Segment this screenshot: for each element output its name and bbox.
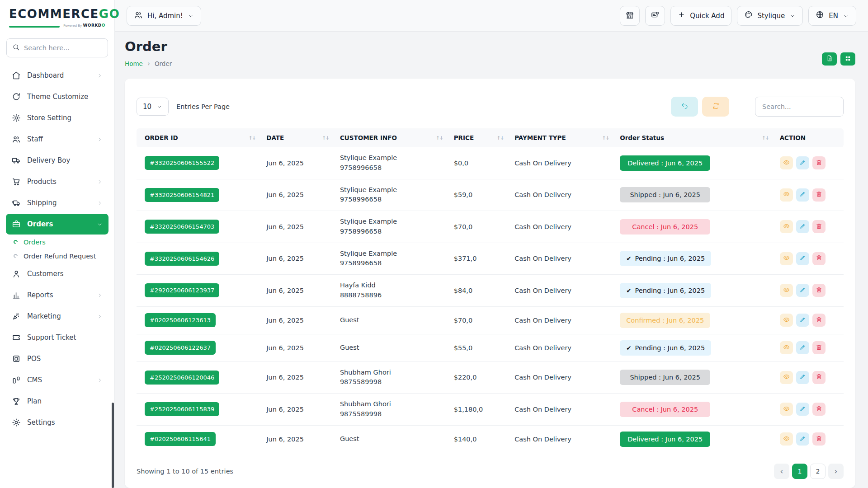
view-button[interactable] — [780, 284, 793, 297]
delete-button[interactable] — [812, 403, 826, 416]
edit-button[interactable] — [796, 314, 809, 327]
sort-icon[interactable] — [762, 135, 769, 141]
order-id-badge[interactable]: #2520250606115839 — [145, 402, 219, 416]
sidebar-subitem-order-refund-request[interactable]: Order Refund Request — [0, 249, 114, 263]
delete-button[interactable] — [812, 432, 826, 446]
delete-button[interactable] — [812, 252, 826, 265]
view-button[interactable] — [780, 156, 793, 169]
sidebar-item-shipping[interactable]: Shipping — [6, 192, 108, 213]
messages-button[interactable] — [645, 6, 665, 26]
theme-selector-button[interactable]: Stylique — [737, 6, 803, 26]
view-button[interactable] — [780, 341, 793, 354]
delete-button[interactable] — [812, 341, 826, 354]
edit-button[interactable] — [796, 341, 809, 354]
edit-button[interactable] — [796, 220, 809, 233]
edit-button[interactable] — [796, 188, 809, 202]
order-status-badge[interactable]: Confirmed : Jun 6, 2025 — [620, 313, 710, 328]
pagination-page-2[interactable]: 2 — [810, 464, 826, 479]
sidebar-search-input[interactable] — [24, 44, 102, 52]
order-status-badge[interactable]: Cancel : Jun 6, 2025 — [620, 402, 710, 417]
sort-icon[interactable] — [322, 135, 329, 141]
delete-button[interactable] — [812, 284, 826, 297]
entries-per-page-select[interactable]: 10 — [137, 98, 169, 116]
pagination-next-button[interactable] — [828, 464, 844, 479]
order-status-badge[interactable]: Cancel : Jun 6, 2025 — [620, 219, 710, 235]
sidebar-scrollbar-thumb[interactable] — [112, 403, 114, 488]
undo-button[interactable] — [671, 97, 698, 117]
column-header-order-id[interactable]: ORDER ID — [137, 128, 261, 147]
sidebar-item-pos[interactable]: POS — [6, 348, 108, 369]
sidebar-search[interactable] — [6, 38, 108, 57]
order-status-badge[interactable]: Delivered : Jun 6, 2025 — [620, 432, 710, 447]
view-button[interactable] — [780, 403, 793, 416]
sidebar-item-orders[interactable]: Orders — [6, 214, 108, 235]
sidebar-item-delivery-boy[interactable]: Delivery Boy — [6, 150, 108, 171]
sort-icon[interactable] — [602, 135, 609, 141]
breadcrumb-home-link[interactable]: Home — [125, 60, 143, 67]
delete-button[interactable] — [812, 156, 826, 169]
edit-button[interactable] — [796, 432, 809, 446]
sidebar-item-theme-customize[interactable]: Theme Customize — [6, 86, 108, 107]
sort-icon[interactable] — [249, 135, 256, 141]
refresh-button[interactable] — [702, 97, 729, 117]
delete-button[interactable] — [812, 371, 826, 384]
order-id-badge[interactable]: #020250606115641 — [145, 432, 216, 446]
edit-button[interactable] — [796, 156, 809, 169]
table-search-input[interactable] — [755, 97, 844, 117]
order-id-badge[interactable]: #3320250606154703 — [145, 220, 219, 234]
pagination-page-1[interactable]: 1 — [792, 464, 807, 479]
sidebar-item-support-ticket[interactable]: Support Ticket — [6, 327, 108, 348]
sort-icon[interactable] — [497, 135, 504, 141]
order-id-badge[interactable]: #3320250606155522 — [145, 156, 219, 170]
delete-button[interactable] — [812, 188, 826, 202]
edit-button[interactable] — [796, 284, 809, 297]
delete-button[interactable] — [812, 220, 826, 233]
column-header-order-status[interactable]: Order Status — [614, 128, 774, 147]
sidebar-item-reports[interactable]: Reports — [6, 285, 108, 305]
delete-button[interactable] — [812, 314, 826, 327]
order-status-badge[interactable]: Pending : Jun 6, 2025 — [620, 283, 711, 298]
sidebar-item-marketing[interactable]: Marketing — [6, 306, 108, 327]
view-button[interactable] — [780, 188, 793, 202]
column-header-payment-type[interactable]: PAYMENT TYPE — [509, 128, 614, 147]
sort-icon[interactable] — [436, 135, 443, 141]
quick-add-button[interactable]: Quick Add — [670, 6, 731, 26]
sidebar-item-plan[interactable]: Plan — [6, 391, 108, 412]
export-button[interactable] — [822, 52, 837, 66]
grid-view-button[interactable] — [840, 52, 855, 66]
sidebar-item-customers[interactable]: Customers — [6, 263, 108, 284]
order-id-badge[interactable]: #3320250606154821 — [145, 188, 219, 202]
sidebar-item-settings[interactable]: Settings — [6, 412, 108, 433]
order-status-badge[interactable]: Pending : Jun 6, 2025 — [620, 340, 711, 356]
view-button[interactable] — [780, 252, 793, 265]
sidebar-item-dashboard[interactable]: Dashboard — [6, 65, 108, 86]
order-id-badge[interactable]: #2920250606123937 — [145, 283, 219, 297]
sidebar-subitem-orders[interactable]: Orders — [0, 235, 114, 249]
admin-menu-button[interactable]: Hi, Admin! — [127, 6, 201, 26]
column-header-price[interactable]: PRICE — [448, 128, 509, 147]
sidebar-item-staff[interactable]: Staff — [6, 129, 108, 150]
edit-button[interactable] — [796, 371, 809, 384]
edit-button[interactable] — [796, 403, 809, 416]
order-id-badge[interactable]: #2520250606120046 — [145, 371, 219, 385]
view-button[interactable] — [780, 314, 793, 327]
storefront-button[interactable] — [620, 6, 640, 26]
pagination-prev-button[interactable] — [774, 464, 789, 479]
order-status-badge[interactable]: Delivered : Jun 6, 2025 — [620, 155, 710, 171]
sidebar-item-store-setting[interactable]: Store Setting — [6, 108, 108, 128]
sidebar-item-cms[interactable]: CMS — [6, 370, 108, 390]
view-button[interactable] — [780, 371, 793, 384]
order-id-badge[interactable]: #020250606122637 — [145, 341, 216, 355]
column-header-date[interactable]: DATE — [261, 128, 335, 147]
column-header-customer-info[interactable]: CUSTOMER INFO — [335, 128, 448, 147]
order-status-badge[interactable]: Shipped : Jun 6, 2025 — [620, 370, 710, 385]
language-selector-button[interactable]: EN — [808, 6, 856, 26]
view-button[interactable] — [780, 432, 793, 446]
view-button[interactable] — [780, 220, 793, 233]
edit-button[interactable] — [796, 252, 809, 265]
order-id-badge[interactable]: #3320250606154626 — [145, 252, 219, 266]
order-status-badge[interactable]: Shipped : Jun 6, 2025 — [620, 187, 710, 202]
order-status-badge[interactable]: Pending : Jun 6, 2025 — [620, 251, 711, 266]
sidebar-item-products[interactable]: Products — [6, 171, 108, 192]
order-id-badge[interactable]: #020250606123613 — [145, 313, 216, 327]
